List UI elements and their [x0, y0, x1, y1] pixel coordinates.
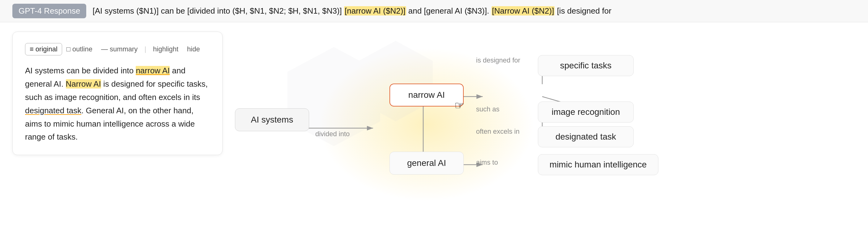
- outline-label: outline: [72, 45, 92, 53]
- highlight-label: highlight: [153, 45, 178, 53]
- cursor-pointer: ☞: [455, 99, 464, 112]
- outline-icon: □: [66, 45, 70, 53]
- highlight-btn[interactable]: highlight: [149, 43, 183, 55]
- panel-body: AI systems can be divided into narrow AI…: [25, 64, 210, 144]
- node-general-ai[interactable]: general AI: [390, 152, 464, 175]
- summary-btn[interactable]: — summary: [97, 43, 142, 55]
- hide-label: hide: [187, 45, 200, 53]
- node-designated-task[interactable]: designated task: [538, 126, 634, 147]
- node-specific-tasks[interactable]: specific tasks: [538, 55, 634, 76]
- node-ai-systems[interactable]: AI systems: [235, 108, 309, 131]
- designated-task-underline: designated task: [25, 106, 81, 115]
- original-label: original: [35, 45, 58, 53]
- main-area: ≡ original □ outline — summary | highlig…: [0, 22, 868, 234]
- original-btn[interactable]: ≡ original: [25, 43, 62, 55]
- outline-btn[interactable]: □ outline: [62, 43, 97, 55]
- hide-btn[interactable]: hide: [183, 43, 204, 55]
- gpt4-badge: GPT-4 Response: [12, 4, 86, 18]
- left-panel: ≡ original □ outline — summary | highlig…: [12, 32, 223, 155]
- highlight-narrow-ai-2: [Narrow AI ($N2)]: [492, 6, 555, 16]
- narrow-ai-highlight-2: Narrow AI: [66, 79, 101, 89]
- edge-label-such-as: such as: [476, 105, 499, 113]
- edge-label-often-excels: often excels in: [476, 127, 520, 136]
- narrow-ai-highlight: narrow AI: [136, 66, 170, 75]
- graph-area: AI systems divided into narrow AI ☞ gene…: [210, 22, 868, 234]
- edge-label-is-designed-for: is designed for: [476, 56, 520, 64]
- top-banner: GPT-4 Response [AI systems ($N1)] can be…: [0, 0, 868, 22]
- highlight-narrow-ai: [narrow AI ($N2)]: [344, 6, 406, 16]
- node-image-recognition[interactable]: image recognition: [538, 101, 634, 123]
- edge-label-divided-into: divided into: [315, 130, 350, 138]
- list-icon: ≡: [30, 45, 34, 53]
- node-narrow-ai[interactable]: narrow AI: [390, 84, 464, 107]
- separator: |: [144, 45, 146, 53]
- edge-label-aims-to: aims to: [476, 158, 498, 167]
- summary-label: summary: [110, 45, 137, 53]
- panel-toolbar: ≡ original □ outline — summary | highlig…: [25, 43, 210, 55]
- summary-icon: —: [101, 45, 108, 53]
- banner-text: [AI systems ($N1)] can be [divided into …: [92, 5, 612, 17]
- node-mimic-human[interactable]: mimic human intelligence: [538, 154, 658, 175]
